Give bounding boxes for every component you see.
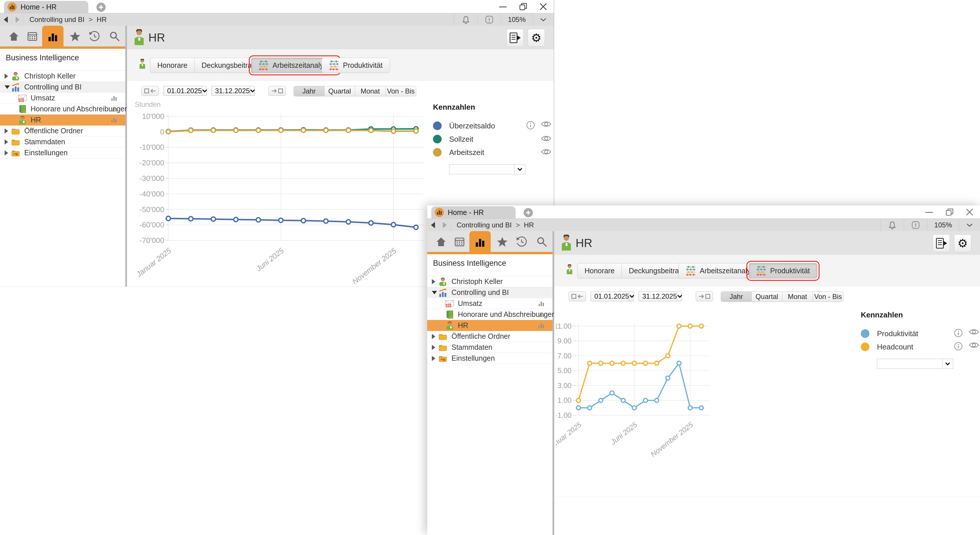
chart-badge-icon[interactable] [538, 311, 545, 319]
history-icon[interactable] [88, 30, 100, 43]
extend-range-left-button[interactable] [142, 86, 159, 96]
visibility-eye-icon[interactable] [541, 135, 551, 143]
expander-down-icon[interactable] [5, 86, 10, 89]
chart-badge-icon[interactable] [538, 300, 545, 308]
nav-forward-button[interactable] [12, 14, 24, 25]
sidebar-item-honorare-und-abschreibungen[interactable]: Honorare und Abschreibungen [0, 103, 125, 114]
info-icon[interactable] [526, 121, 535, 131]
settings-gear-button[interactable]: ⚙ [954, 234, 971, 252]
period-tab-jahr[interactable]: Jahr [294, 86, 325, 96]
report-button[interactable] [506, 29, 523, 47]
sidebar-item-honorare-und-abschreibungen[interactable]: Honorare und Abschreibungen [427, 309, 552, 320]
sidebar-item-stammdaten[interactable]: Stammdaten [0, 137, 125, 148]
chart-badge-icon[interactable] [111, 95, 118, 102]
chevron-down-icon[interactable] [959, 219, 980, 232]
report-button[interactable] [933, 234, 950, 252]
kennzahl-select[interactable] [877, 359, 953, 369]
restore-icon[interactable] [518, 2, 528, 12]
visibility-eye-icon[interactable] [969, 329, 979, 339]
honorare-button[interactable]: Honorare [578, 263, 622, 278]
sidebar-item-hr[interactable]: HR [0, 114, 125, 125]
chart-badge-icon[interactable] [111, 106, 118, 113]
minimize-icon[interactable] [498, 2, 508, 12]
expander-right-icon[interactable] [5, 140, 8, 144]
date-from-select[interactable]: 01.01.2025 [590, 291, 634, 301]
chevron-down-icon[interactable] [533, 13, 554, 26]
nav-forward-button[interactable] [439, 220, 451, 230]
produktivitaet-button[interactable]: Produktivität [749, 263, 817, 278]
calendar-icon[interactable] [453, 236, 466, 248]
close-icon[interactable] [964, 207, 975, 217]
produktivitaet-button[interactable]: Produktivität [321, 58, 390, 73]
zoom-level[interactable]: 105% [501, 13, 533, 26]
visibility-eye-icon[interactable] [969, 342, 979, 352]
period-tab-jahr[interactable]: Jahr [721, 292, 752, 302]
new-tab-button[interactable] [96, 3, 106, 12]
notifications-button[interactable] [880, 219, 904, 232]
extend-range-right-button[interactable] [269, 86, 286, 96]
kennzahl-select[interactable] [449, 164, 525, 174]
tab-home-hr[interactable]: Home - HR [431, 206, 515, 218]
alert-button[interactable]: ! [904, 219, 927, 232]
expander-right-icon[interactable] [5, 150, 8, 156]
period-tab-vonbis[interactable]: Von - Bis [813, 292, 843, 302]
tab-business-intelligence[interactable] [469, 231, 491, 254]
visibility-eye-icon[interactable] [541, 148, 551, 156]
info-icon[interactable] [954, 329, 963, 339]
close-icon[interactable] [538, 2, 549, 12]
search-icon[interactable] [108, 30, 121, 43]
expander-right-icon[interactable] [5, 74, 8, 79]
favorites-star-icon[interactable] [496, 236, 508, 248]
breadcrumb-parent[interactable]: Controlling und BI [457, 221, 512, 229]
home-icon[interactable] [435, 236, 447, 248]
date-from-select[interactable]: 01.01.2025 [163, 86, 207, 96]
expander-right-icon[interactable] [432, 356, 435, 361]
history-icon[interactable] [515, 236, 528, 248]
period-tab-quartal[interactable]: Quartal [325, 86, 355, 96]
breadcrumb-parent[interactable]: Controlling und BI [29, 16, 84, 23]
notifications-button[interactable] [454, 13, 477, 26]
home-icon[interactable] [8, 30, 20, 43]
sidebar-item-öffentliche-ordner[interactable]: Öffentliche Ordner [427, 331, 552, 342]
expander-down-icon[interactable] [432, 291, 437, 294]
date-to-select[interactable]: 31.12.2025 [638, 291, 682, 301]
sidebar-item-christoph-keller[interactable]: Christoph Keller [0, 71, 125, 82]
period-tab-monat[interactable]: Monat [782, 292, 813, 302]
sidebar-item-einstellungen[interactable]: Einstellungen [0, 148, 125, 159]
sidebar-item-umsatz[interactable]: Umsatz [427, 298, 552, 309]
calendar-icon[interactable] [26, 30, 38, 43]
nav-back-button[interactable] [427, 220, 439, 230]
sidebar-item-hr[interactable]: HR [427, 320, 552, 331]
sidebar-item-stammdaten[interactable]: Stammdaten [427, 342, 552, 353]
sidebar-item-einstellungen[interactable]: Einstellungen [427, 353, 552, 364]
expander-right-icon[interactable] [5, 129, 8, 133]
expander-right-icon[interactable] [432, 279, 435, 284]
chart-badge-icon[interactable] [111, 117, 118, 124]
settings-gear-button[interactable]: ⚙ [528, 29, 545, 47]
alert-button[interactable]: ! [477, 13, 501, 26]
extend-range-right-button[interactable] [696, 291, 713, 301]
nav-back-button[interactable] [0, 14, 12, 25]
sidebar-item-umsatz[interactable]: Umsatz [0, 93, 125, 103]
sidebar-item-christoph-keller[interactable]: Christoph Keller [427, 276, 552, 287]
extend-range-left-button[interactable] [569, 291, 586, 301]
expander-right-icon[interactable] [432, 345, 435, 350]
new-tab-button[interactable] [523, 208, 533, 217]
tab-business-intelligence[interactable] [42, 26, 64, 49]
visibility-eye-icon[interactable] [541, 121, 551, 131]
chart-badge-icon[interactable] [538, 322, 545, 330]
honorare-button[interactable]: Honorare [150, 58, 194, 73]
minimize-icon[interactable] [924, 207, 934, 217]
date-to-select[interactable]: 31.12.2025 [211, 86, 255, 96]
sidebar-item-öffentliche-ordner[interactable]: Öffentliche Ordner [0, 125, 125, 137]
favorites-star-icon[interactable] [69, 30, 81, 43]
info-icon[interactable] [954, 342, 963, 352]
expander-right-icon[interactable] [432, 334, 435, 339]
sidebar-item-controlling-und-bi[interactable]: Controlling und BI [427, 287, 552, 298]
sidebar-item-controlling-und-bi[interactable]: Controlling und BI [0, 82, 125, 93]
zoom-level[interactable]: 105% [927, 219, 959, 232]
tab-home-hr[interactable]: Home - HR [4, 1, 88, 13]
period-tab-vonbis[interactable]: Von - Bis [386, 86, 416, 96]
search-icon[interactable] [536, 236, 548, 248]
restore-icon[interactable] [944, 207, 955, 217]
